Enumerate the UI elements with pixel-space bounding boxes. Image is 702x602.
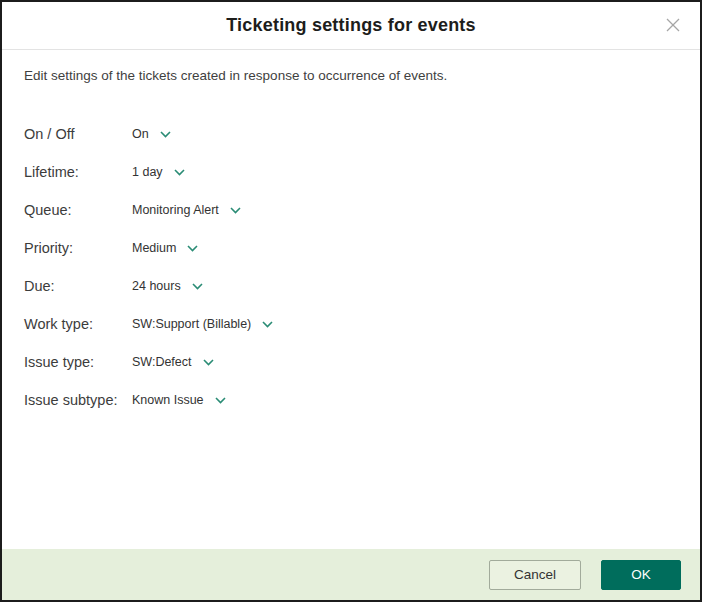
work-type-value: SW:Support (Billable) bbox=[132, 317, 251, 331]
settings-row-on-off: On / Off On bbox=[24, 115, 678, 153]
priority-label: Priority: bbox=[24, 240, 132, 256]
on-off-label: On / Off bbox=[24, 126, 132, 142]
chevron-down-icon bbox=[187, 245, 198, 252]
dialog-description: Edit settings of the tickets created in … bbox=[24, 67, 678, 85]
lifetime-label: Lifetime: bbox=[24, 164, 132, 180]
due-value: 24 hours bbox=[132, 279, 181, 293]
issue-subtype-value: Known Issue bbox=[132, 393, 204, 407]
chevron-down-icon bbox=[192, 283, 203, 290]
dialog-body: Edit settings of the tickets created in … bbox=[2, 67, 700, 419]
settings-row-issue-type: Issue type: SW:Defect bbox=[24, 343, 678, 381]
settings-rows: On / Off On Lifetime: 1 day bbox=[24, 115, 678, 419]
due-dropdown[interactable]: 24 hours bbox=[132, 279, 203, 293]
chevron-down-icon bbox=[174, 169, 185, 176]
due-label: Due: bbox=[24, 278, 132, 294]
chevron-down-icon bbox=[160, 131, 171, 138]
chevron-down-icon bbox=[215, 397, 226, 404]
issue-subtype-dropdown[interactable]: Known Issue bbox=[132, 393, 226, 407]
close-icon bbox=[665, 17, 681, 36]
ok-button[interactable]: OK bbox=[601, 560, 681, 590]
ticketing-settings-dialog: Ticketing settings for events Edit setti… bbox=[0, 0, 702, 602]
queue-value: Monitoring Alert bbox=[132, 203, 219, 217]
dialog-header: Ticketing settings for events bbox=[2, 2, 700, 50]
settings-row-work-type: Work type: SW:Support (Billable) bbox=[24, 305, 678, 343]
lifetime-dropdown[interactable]: 1 day bbox=[132, 165, 185, 179]
issue-type-value: SW:Defect bbox=[132, 355, 192, 369]
issue-type-dropdown[interactable]: SW:Defect bbox=[132, 355, 214, 369]
settings-row-lifetime: Lifetime: 1 day bbox=[24, 153, 678, 191]
on-off-dropdown[interactable]: On bbox=[132, 127, 171, 141]
chevron-down-icon bbox=[262, 321, 273, 328]
work-type-label: Work type: bbox=[24, 316, 132, 332]
queue-label: Queue: bbox=[24, 202, 132, 218]
lifetime-value: 1 day bbox=[132, 165, 163, 179]
queue-dropdown[interactable]: Monitoring Alert bbox=[132, 203, 241, 217]
close-button[interactable] bbox=[663, 16, 683, 36]
work-type-dropdown[interactable]: SW:Support (Billable) bbox=[132, 317, 273, 331]
priority-dropdown[interactable]: Medium bbox=[132, 241, 198, 255]
dialog-title: Ticketing settings for events bbox=[226, 15, 476, 36]
on-off-value: On bbox=[132, 127, 149, 141]
settings-row-queue: Queue: Monitoring Alert bbox=[24, 191, 678, 229]
dialog-footer: Cancel OK bbox=[2, 549, 700, 600]
chevron-down-icon bbox=[230, 207, 241, 214]
issue-subtype-label: Issue subtype: bbox=[24, 392, 132, 408]
settings-row-due: Due: 24 hours bbox=[24, 267, 678, 305]
issue-type-label: Issue type: bbox=[24, 354, 132, 370]
chevron-down-icon bbox=[203, 359, 214, 366]
settings-row-issue-subtype: Issue subtype: Known Issue bbox=[24, 381, 678, 419]
cancel-button[interactable]: Cancel bbox=[489, 560, 581, 590]
settings-row-priority: Priority: Medium bbox=[24, 229, 678, 267]
priority-value: Medium bbox=[132, 241, 176, 255]
